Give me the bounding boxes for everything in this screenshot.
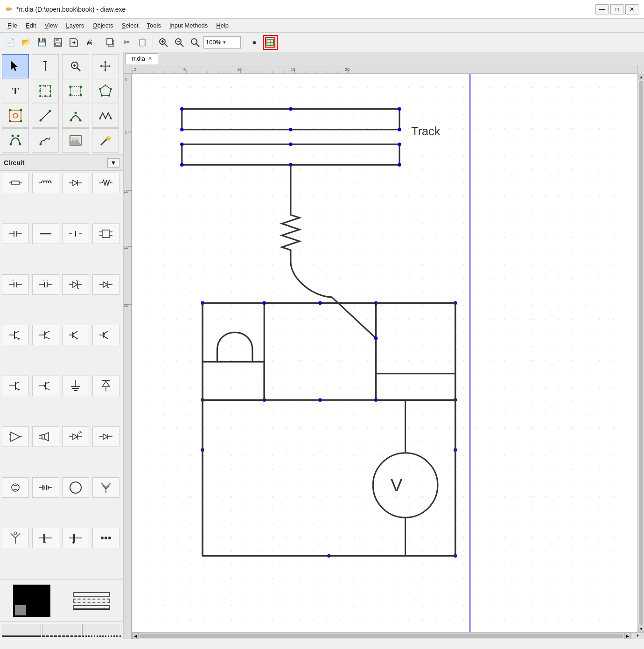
tool-text-cursor[interactable]: [32, 54, 59, 78]
shape-cap-polar2[interactable]: +-: [32, 274, 59, 295]
tab-close-button[interactable]: ✕: [148, 56, 152, 62]
vscroll-thumb[interactable]: [639, 81, 643, 625]
tool-magnify[interactable]: [62, 54, 89, 78]
shape-dots[interactable]: [92, 528, 119, 548]
shape-jfet-p[interactable]: [32, 376, 59, 396]
scroll-right-button[interactable]: ▶: [624, 633, 631, 639]
copy-button[interactable]: [103, 35, 118, 50]
tool-text[interactable]: T: [2, 79, 29, 103]
line-style-1[interactable]: [2, 624, 41, 637]
tool-box-select[interactable]: [32, 79, 59, 103]
shape-inductor[interactable]: [32, 173, 59, 193]
tool-bezier[interactable]: [2, 128, 29, 153]
shape-diode-schottky[interactable]: [92, 274, 119, 295]
shape-speaker[interactable]: [32, 426, 59, 447]
horizontal-scrollbar[interactable]: ◀ ▶: [132, 632, 631, 639]
menu-help[interactable]: Help: [212, 21, 232, 30]
menu-file[interactable]: File: [4, 21, 21, 30]
shape-resistor[interactable]: [2, 173, 29, 193]
tool-zigzag[interactable]: [92, 104, 119, 128]
menu-view[interactable]: View: [41, 21, 61, 30]
maximize-button[interactable]: □: [610, 4, 623, 14]
shape-category-dropdown[interactable]: ▼: [107, 158, 119, 167]
shape-ic[interactable]: [92, 223, 119, 244]
scroll-left-button[interactable]: ◀: [132, 633, 139, 639]
shape-opamp[interactable]: [2, 426, 29, 447]
shape-battery[interactable]: [32, 477, 59, 498]
shape-led2[interactable]: [92, 426, 119, 447]
line-style-3[interactable]: [82, 624, 121, 637]
shape-capacitor[interactable]: [2, 223, 29, 244]
canvas-scroll[interactable]: Track: [132, 74, 644, 639]
menu-objects[interactable]: Objects: [89, 21, 117, 30]
scroll-down-button[interactable]: ▼: [638, 626, 644, 632]
zoom-in-button[interactable]: [156, 35, 171, 50]
canvas-corner-button[interactable]: +: [631, 632, 644, 639]
zoom-fit-button[interactable]: [172, 35, 187, 50]
color-preview[interactable]: [13, 585, 50, 617]
tool-image[interactable]: [62, 128, 89, 153]
shape-led[interactable]: [62, 426, 89, 447]
scroll-up-button[interactable]: ▲: [638, 74, 644, 80]
tool-line[interactable]: [32, 104, 59, 128]
zoom-dropdown-arrow[interactable]: ▼: [222, 40, 238, 45]
svg-text:10: 10: [124, 189, 128, 194]
shape-wire[interactable]: [32, 223, 59, 244]
tool-node-edit[interactable]: [2, 104, 29, 128]
save-as-button[interactable]: [50, 35, 65, 50]
tool-wand[interactable]: [92, 128, 119, 153]
tab-rr-dia[interactable]: rr.dia ✕: [126, 53, 158, 64]
zoom-combo[interactable]: 100% ▼: [203, 36, 241, 49]
shape-resistor-var[interactable]: [92, 173, 119, 193]
export-button[interactable]: [66, 35, 81, 50]
shape-transistor-pnp[interactable]: [32, 325, 59, 345]
close-button[interactable]: ✕: [625, 4, 638, 14]
grid-button[interactable]: [263, 35, 278, 50]
hscroll-thumb[interactable]: [140, 634, 623, 638]
shape-diode-zener[interactable]: [62, 274, 89, 295]
tool-freehand[interactable]: [32, 128, 59, 153]
shape-current-source[interactable]: [62, 223, 89, 244]
print-button[interactable]: 🖨: [82, 35, 97, 50]
menu-input-methods[interactable]: Input Methods: [166, 21, 211, 30]
ruler-scroll-corner: [637, 65, 644, 74]
svg-rect-76: [12, 181, 19, 185]
shape-ground[interactable]: [62, 376, 89, 396]
vertical-scrollbar[interactable]: ▲ ▼: [637, 74, 644, 632]
svg-point-65: [19, 143, 21, 146]
save-button[interactable]: 💾: [35, 35, 49, 50]
minimize-button[interactable]: —: [595, 4, 609, 14]
shape-diode[interactable]: [62, 173, 89, 193]
shape-cap4[interactable]: [62, 528, 89, 548]
shape-jfet-n[interactable]: [2, 376, 29, 396]
shape-mosfet-n[interactable]: [62, 325, 89, 345]
menu-tools[interactable]: Tools: [143, 21, 165, 30]
svg-text:-: -: [47, 279, 49, 282]
tool-arc[interactable]: [62, 104, 89, 128]
line-style-2[interactable]: [42, 624, 81, 637]
new-button[interactable]: 📄: [3, 35, 18, 50]
shape-antenna2[interactable]: [2, 528, 29, 548]
shape-vcc[interactable]: [92, 376, 119, 396]
shape-cap-polar[interactable]: +: [2, 274, 29, 295]
shape-circle[interactable]: [62, 477, 89, 498]
menu-edit[interactable]: Edit: [22, 21, 40, 30]
toolbar: 📄 📂 💾 🖨 ✂ 📋 100% ▼ ●: [0, 33, 644, 52]
paste-button[interactable]: 📋: [135, 35, 150, 50]
tool-rubber-band[interactable]: [62, 79, 89, 103]
connect-button[interactable]: ●: [247, 35, 262, 50]
cut-button[interactable]: ✂: [119, 35, 134, 50]
shape-transistor-npn[interactable]: [2, 325, 29, 345]
tool-move[interactable]: [92, 54, 119, 78]
tool-select[interactable]: [2, 54, 29, 78]
open-button[interactable]: 📂: [19, 35, 34, 50]
menu-layers[interactable]: Layers: [62, 21, 88, 30]
tool-polygon[interactable]: [92, 79, 119, 103]
zoom-out-button[interactable]: [188, 35, 203, 50]
menu-select[interactable]: Select: [118, 21, 142, 30]
svg-point-263: [289, 107, 293, 111]
shape-cap3[interactable]: [32, 528, 59, 548]
shape-antenna[interactable]: [92, 477, 119, 498]
shape-xor[interactable]: [2, 477, 29, 498]
shape-mosfet-p[interactable]: [92, 325, 119, 345]
